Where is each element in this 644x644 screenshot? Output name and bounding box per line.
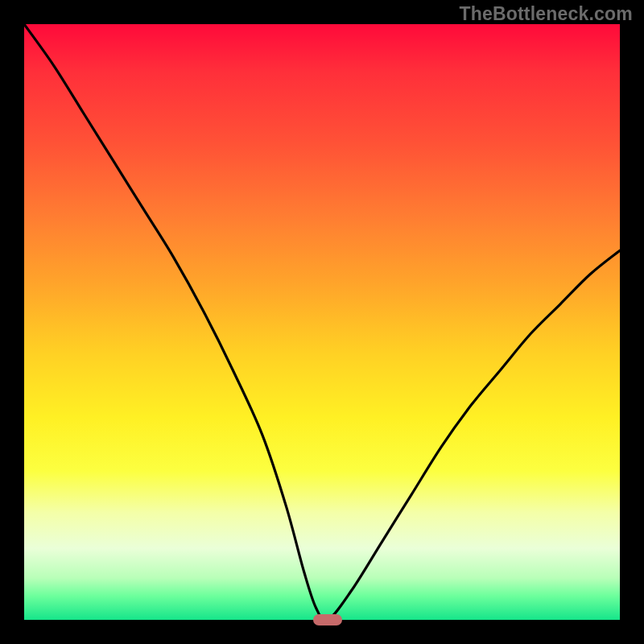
chart-frame: TheBottleneck.com [0, 0, 644, 644]
watermark-label: TheBottleneck.com [459, 3, 633, 25]
min-marker [313, 614, 342, 625]
heat-gradient [24, 24, 620, 620]
plot-area [24, 24, 620, 620]
